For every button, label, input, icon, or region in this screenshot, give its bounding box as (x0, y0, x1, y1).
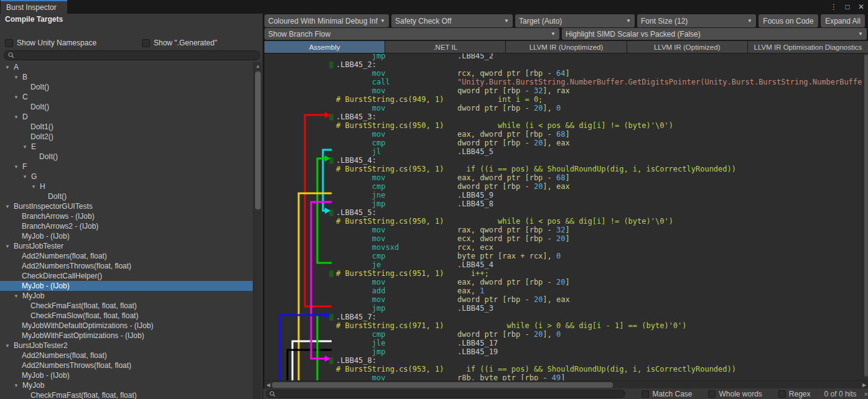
button-focus-on-code[interactable]: Focus on Code (758, 14, 818, 27)
foldout-triangle-icon[interactable]: ▼ (14, 293, 22, 299)
regex-checkbox[interactable]: Regex (778, 390, 811, 398)
maximize-icon[interactable]: □ (843, 2, 852, 11)
foldout-triangle-icon[interactable]: ▼ (14, 383, 22, 388)
tree-item-label: MyJob - (IJob) (22, 282, 70, 290)
tab-net-il[interactable]: .NET IL (385, 41, 505, 53)
tree-item-brancharrows-ijob[interactable]: BranchArrows - (IJob) (0, 211, 253, 221)
tab-llvm-ir-optimized[interactable]: LLVM IR (Optimized) (627, 41, 747, 53)
dropdown-safety-check-off[interactable]: Safety Check Off▼ (391, 14, 513, 27)
tree-item-add2numbers-float-float[interactable]: Add2Numbers(float, float) (0, 251, 253, 261)
tree-item-doit2[interactable]: DoIt2() (0, 132, 253, 142)
tree-item-checkfmaslow-float-float-float[interactable]: CheckFmaSlow(float, float, float) (0, 311, 253, 321)
tree-item-myjob-ijob[interactable]: MyJob - (IJob) (0, 231, 253, 241)
tree-item-e[interactable]: ▼E (0, 142, 253, 152)
find-input[interactable] (266, 390, 625, 398)
foldout-triangle-icon[interactable]: ▼ (14, 94, 22, 100)
tree-item-h[interactable]: ▼H (0, 181, 253, 191)
tree-item-label: BurstJobTester (14, 242, 63, 250)
dropdown-coloured-with-minimal-debug-infi[interactable]: Coloured With Minimal Debug Infi▼ (264, 14, 389, 27)
tree-item-doit1[interactable]: DoIt1() (0, 122, 253, 132)
assembly-code-view[interactable]: jmp .LBB45_2.LBB45_2: mov rcx, qword ptr… (264, 53, 862, 380)
show-unity-namespace-checkbox[interactable]: Show Unity Namespace (5, 39, 96, 47)
tree-item-b[interactable]: ▼B (0, 72, 253, 82)
checkbox-box[interactable] (142, 39, 150, 47)
asm-line: mov dword ptr [rbp - 20], 0 (264, 104, 862, 112)
tree-item-burstjobtester2[interactable]: ▼BurstJobTester2 (0, 341, 253, 351)
tree-item-f[interactable]: ▼F (0, 162, 253, 172)
tree-scrollbar[interactable]: ▲ ▼ (253, 62, 261, 399)
tab-llvm-ir-unoptimized[interactable]: LLVM IR (Unoptimized) (506, 41, 626, 53)
tree-item-doit[interactable]: DoIt() (0, 102, 253, 112)
asm-line: # BurstString.cs(950, 1) while (i < pos … (264, 121, 862, 130)
tree-item-d[interactable]: ▼D (0, 112, 253, 122)
kebab-menu-icon[interactable]: ⋮ (829, 2, 838, 11)
window-tab-burst-inspector[interactable]: Burst Inspector (1, 0, 67, 14)
tree-item-myjob[interactable]: ▼MyJob (0, 291, 253, 301)
match-case-checkbox[interactable]: Match Case (642, 390, 692, 398)
tree-item-doit[interactable]: DoIt() (0, 152, 253, 162)
foldout-triangle-icon[interactable]: ▼ (5, 343, 14, 349)
tree-item-c[interactable]: ▼C (0, 92, 253, 102)
tree-item-doit[interactable]: DoIt() (0, 82, 253, 92)
tree-item-label: Add2NumbersThrows(float, float) (22, 262, 131, 270)
label: Focus on Code (763, 17, 813, 25)
show-generated-checkbox[interactable]: Show ".Generated" (142, 39, 217, 47)
dropdown-highlight-simd-scalar-vs-packed-false[interactable]: Highlight SIMD Scalar vs Packed (False)▼ (562, 28, 867, 40)
foldout-triangle-icon[interactable]: ▼ (14, 114, 22, 120)
tree-item-g[interactable]: ▼G (0, 172, 253, 181)
tree-item-a[interactable]: ▼A (0, 62, 253, 72)
foldout-triangle-icon[interactable]: ▼ (31, 184, 40, 190)
scrollbar-thumb[interactable] (255, 71, 261, 209)
tree-search-input[interactable] (4, 50, 260, 60)
tab-llvm-ir-optimisation-diagnostics[interactable]: LLVM IR Optimisation Diagnostics (748, 41, 868, 53)
foldout-triangle-icon[interactable]: ▼ (5, 65, 14, 70)
dropdown-font-size-12[interactable]: Font Size (12)▼ (637, 14, 756, 27)
tree-item-burstinspectorguitests[interactable]: ▼BurstInspectorGUITests (0, 201, 253, 211)
foldout-triangle-icon[interactable]: ▼ (5, 244, 14, 249)
close-icon[interactable]: ✕ (857, 2, 866, 11)
tree-item-doit[interactable]: DoIt() (0, 191, 253, 201)
tree-item-add2numbersthrows-float-float[interactable]: Add2NumbersThrows(float, float) (0, 360, 253, 370)
asm-line: call "Unity.Burst.BurstString.NumberBuff… (264, 78, 862, 86)
tree-item-label: B (22, 73, 27, 81)
code-vertical-scrollbar[interactable] (862, 53, 868, 380)
button-expand-all[interactable]: Expand All (821, 14, 865, 27)
checkbox-box[interactable] (778, 390, 786, 398)
whole-words-checkbox[interactable]: Whole words (708, 390, 762, 398)
tab-assembly[interactable]: Assembly (264, 41, 385, 53)
foldout-triangle-icon[interactable]: ▼ (14, 75, 22, 80)
foldout-triangle-icon[interactable]: ▼ (22, 174, 31, 180)
foldout-triangle-icon[interactable]: ▼ (22, 144, 31, 150)
view-tabs: Assembly.NET ILLLVM IR (Unoptimized)LLVM… (264, 41, 868, 53)
tree-item-checkfmafast-float-float-float[interactable]: CheckFmaFast(float, float, float) (0, 301, 253, 311)
tree-item-myjob-ijob[interactable]: MyJob - (IJob) (0, 281, 253, 291)
checkbox-box[interactable] (642, 390, 649, 398)
tree-item-checkfmafast-float-float-float[interactable]: CheckFmaFast(float, float, float) (0, 390, 253, 399)
toolbar-row-2: Show Branch Flow▼Highlight SIMD Scalar v… (264, 28, 868, 40)
tree-item-myjobwithfastoptimizations-ijob[interactable]: MyJobWithFastOptimizations - (IJob) (0, 331, 253, 341)
tree-item-myjob[interactable]: ▼MyJob (0, 380, 253, 390)
code-horizontal-scrollbar[interactable]: ◀ ▶ (264, 380, 868, 388)
scroll-up-icon[interactable]: ▲ (254, 62, 262, 70)
foldout-triangle-icon[interactable]: ▼ (14, 164, 22, 170)
tree-item-myjobwithdefaultoptimizations-ijob[interactable]: MyJobWithDefaultOptimizations - (IJob) (0, 321, 253, 331)
tree-item-myjob-ijob[interactable]: MyJob - (IJob) (0, 370, 253, 380)
dropdown-target-auto[interactable]: Target (Auto)▼ (515, 14, 635, 27)
checkbox-box[interactable] (5, 39, 13, 47)
hit-count: 0 of 0 hits (824, 390, 857, 398)
tree-item-label: C (22, 93, 28, 101)
dropdown-show-branch-flow[interactable]: Show Branch Flow▼ (264, 28, 559, 40)
tree-item-brancharrows2-ijob[interactable]: BranchArrows2 - (IJob) (0, 221, 253, 231)
foldout-triangle-icon[interactable]: ▼ (5, 204, 14, 209)
checkbox-box[interactable] (708, 390, 716, 398)
tree-item-burstjobtester[interactable]: ▼BurstJobTester (0, 241, 253, 251)
find-close-icon[interactable]: × (864, 390, 868, 398)
scrollbar-thumb[interactable] (272, 382, 613, 388)
tree-item-add2numbersthrows-float-float[interactable]: Add2NumbersThrows(float, float) (0, 261, 253, 271)
title-bar: Burst Inspector ⋮ □ ✕ (0, 0, 868, 14)
tree-item-checkdirectcallhelper[interactable]: CheckDirectCallHelper() (0, 271, 253, 281)
scrollbar-thumb[interactable] (864, 55, 868, 377)
asm-line-block: .LBB45_8: (264, 356, 862, 365)
tree-item-label: DoIt() (30, 103, 49, 111)
tree-item-add2numbers-float-float[interactable]: Add2Numbers(float, float) (0, 351, 253, 360)
